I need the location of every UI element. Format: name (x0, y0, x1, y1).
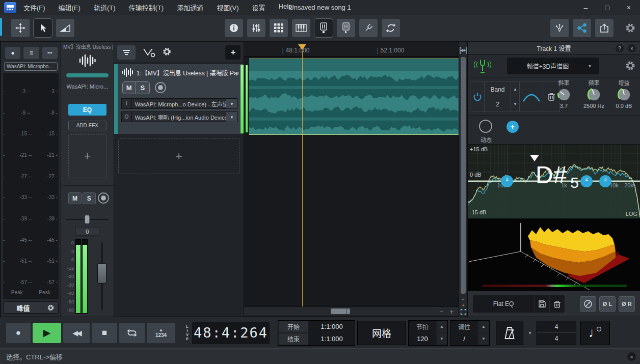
tempo-value[interactable]: 120 (409, 333, 436, 345)
piano-keyboard-button[interactable] (292, 19, 310, 37)
output-dropdown-icon[interactable]: ▾ (226, 112, 237, 122)
transport-rewind-button[interactable]: ◀◀ (63, 323, 90, 343)
grid-button[interactable]: 网格 (357, 321, 406, 345)
playhead-marker[interactable] (298, 44, 306, 50)
menu-item[interactable]: 传输控制(T) (129, 3, 164, 12)
mixer-button[interactable] (247, 19, 265, 37)
panel-help-button[interactable]: ? (616, 44, 624, 52)
effects-button[interactable] (550, 19, 569, 37)
timeline-ruler[interactable]: |48:1:000 |52:1:000 (244, 42, 459, 57)
sync-button[interactable] (382, 19, 400, 37)
menu-item[interactable]: 视图(V) (217, 3, 238, 12)
key-value[interactable]: / (450, 333, 478, 345)
vertical-zoom-in-button[interactable]: + (462, 302, 465, 308)
meter-settings-gear-icon[interactable] (43, 302, 58, 313)
transport-record-button[interactable]: ● (6, 323, 31, 343)
grid-view-button[interactable] (270, 19, 288, 37)
strip-solo-button[interactable]: S (83, 192, 96, 204)
tap-tempo-button[interactable]: ♩ (580, 321, 610, 345)
peak-mode-button[interactable]: 峰值 (4, 302, 43, 313)
info-button[interactable] (225, 19, 243, 37)
vertical-zoom-out-button[interactable]: − (462, 297, 465, 302)
tempo-up-button[interactable]: ▲ (436, 321, 447, 333)
move-tool-button[interactable] (11, 19, 30, 37)
dynamics-knob[interactable] (479, 120, 492, 133)
track-mute-button[interactable]: M (122, 81, 136, 94)
arrangement-area[interactable]: |48:1:000 |52:1:000 − + (244, 42, 459, 317)
transport-loop-button[interactable] (119, 323, 145, 343)
time-signature[interactable]: 4 4 (537, 321, 576, 345)
track-title[interactable]: 1:【MV】沒出息 Useless | 議場版 Parliame (137, 68, 239, 77)
band-selector[interactable]: Band 2 (485, 82, 511, 111)
automation-icon[interactable] (143, 47, 156, 58)
panel-close-button[interactable]: × (628, 44, 636, 52)
tuner-button[interactable] (359, 19, 378, 37)
track-settings-gear-icon[interactable] (162, 47, 172, 57)
share-button[interactable] (573, 19, 591, 37)
track-sort-button[interactable] (117, 45, 136, 60)
arrow-tool-button[interactable] (34, 19, 52, 37)
band-shape-icon[interactable] (520, 82, 543, 111)
pan-slider[interactable] (66, 215, 109, 224)
fade-tool-button[interactable] (56, 19, 74, 37)
input-dropdown-icon[interactable]: ▾ (226, 99, 237, 108)
track-solo-button[interactable]: S (136, 81, 150, 94)
close-button[interactable]: × (627, 4, 631, 12)
menu-item[interactable]: 文件(F) (23, 3, 45, 12)
eq-band-handle[interactable]: 1 (501, 175, 513, 187)
expand-view-icon[interactable] (460, 309, 467, 315)
scrollbar-thumb[interactable] (331, 309, 350, 314)
zoom-in-button[interactable]: + (449, 308, 454, 316)
metronome-button[interactable] (496, 321, 523, 345)
audio-clip[interactable] (249, 59, 459, 135)
master-record-button[interactable]: ● (5, 47, 20, 59)
clip-header[interactable] (249, 59, 459, 71)
eq-button[interactable]: EQ (68, 104, 106, 116)
menu-item[interactable]: Help (279, 3, 292, 12)
gain-knob[interactable] (616, 87, 632, 103)
strip-mute-button[interactable]: M (68, 192, 82, 204)
minimize-button[interactable]: – (584, 4, 588, 12)
master-list-button[interactable]: ≡ (23, 47, 39, 59)
band-up-button[interactable]: ▲ (513, 82, 517, 97)
eq-preset-select[interactable]: Flat EQ (473, 295, 565, 313)
track-record-arm-button[interactable] (155, 82, 166, 93)
eq-band-handle[interactable]: 2 (580, 175, 593, 187)
band-power-button[interactable] (470, 82, 485, 111)
status-close-button[interactable]: × (627, 352, 636, 361)
volume-fader[interactable] (94, 239, 111, 314)
transport-play-button[interactable]: ▶ (33, 323, 61, 343)
export-button[interactable] (595, 19, 614, 37)
horizontal-resize-icon[interactable] (460, 47, 467, 54)
add-plugin-dropzone[interactable]: + (68, 134, 106, 178)
horizontal-scrollbar[interactable]: − + (244, 306, 459, 316)
panel-settings-gear-icon[interactable] (625, 60, 636, 71)
transport-stop-button[interactable]: ■ (92, 323, 117, 343)
slope-knob[interactable] (556, 87, 572, 103)
add-track-dropzone[interactable]: + (118, 138, 240, 174)
eq-band-handle[interactable]: 3 (599, 175, 611, 187)
time-display[interactable]: 48:4:264 (192, 322, 270, 344)
view-mode-select[interactable]: 频谱+3D声谱图 ▾ (507, 58, 599, 74)
track-color-bar[interactable] (66, 73, 109, 77)
maximize-button[interactable]: □ (605, 4, 609, 12)
vertical-scrollbar-thumb[interactable] (461, 57, 466, 294)
eq-bypass-button[interactable] (580, 296, 596, 312)
menu-item[interactable]: 添加通道 (177, 3, 203, 12)
zoom-out-button[interactable]: − (440, 308, 444, 316)
key-down-button[interactable]: ▼ (478, 333, 489, 345)
settings-gear-icon[interactable] (625, 22, 636, 34)
pan-handle[interactable] (85, 215, 90, 224)
save-preset-icon[interactable] (534, 295, 549, 313)
eq-spectrum-view[interactable]: +15 dB 0 dB -15 dB LOG 1001k10k20k D# 5 … (468, 145, 640, 219)
metronome-dropdown-icon[interactable]: ▾ (525, 330, 535, 335)
add-efx-button[interactable]: ADD EFX (68, 121, 106, 130)
tuner-fork-icon[interactable] (474, 58, 491, 74)
key-up-button[interactable]: ▲ (478, 321, 489, 333)
track-row[interactable]: 1:【MV】沒出息 Useless | 議場版 Parliame M S I W… (114, 64, 244, 134)
add-track-button[interactable]: + (225, 45, 241, 60)
phase-invert-right-button[interactable]: Ø R (619, 296, 635, 312)
menu-item[interactable]: 设置 (252, 3, 265, 12)
tempo-down-button[interactable]: ▼ (436, 333, 447, 345)
end-value[interactable]: 1:1:000 (309, 333, 355, 345)
